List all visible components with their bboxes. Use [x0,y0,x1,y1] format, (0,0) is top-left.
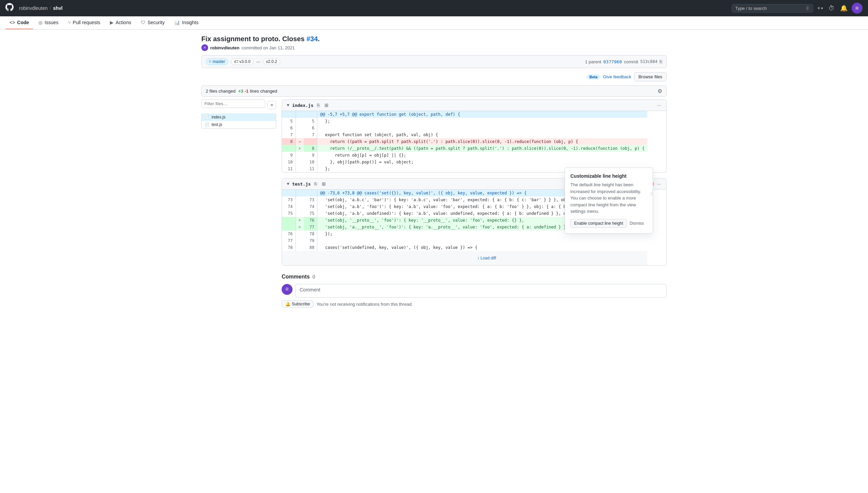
diff-content: Customizable line height The default lin… [282,99,667,308]
diff-collapse-button-test-js[interactable]: ▼ [286,181,290,186]
file-tree-toggle-button[interactable]: ≡ [267,101,276,109]
repo-name[interactable]: shvl [53,5,63,11]
expand-diff-button-test-js[interactable]: ⊞ [320,180,327,187]
version-badge: v2.0.2 [263,58,280,65]
line-marker [296,111,304,118]
commit-short-hash: 513c884 [640,59,657,64]
tab-insights[interactable]: 📊 Insights [170,16,202,29]
subscribe-row: 🔔 Subscribe You're not receiving notific… [282,300,667,308]
diff-expand-row: ↕ Load diff [282,251,647,265]
tab-actions[interactable]: ▶ Actions [106,16,135,29]
tab-code[interactable]: <> Code [5,16,33,29]
files-changed-bar: 2 files changed +3 -1 lines changed ⚙ [201,85,667,97]
copy-commit-hash-button[interactable]: ⎘ [660,59,662,64]
more-tags-button[interactable]: ··· [256,59,260,64]
author-avatar: R [201,44,208,51]
diff-line-context: 5 5 }; [282,118,647,125]
diff-line-context: 78 80 cases('set(undefined, key, value)'… [282,244,647,251]
line-num-new[interactable]: 5 [304,118,317,125]
tab-pull-requests[interactable]: ⑂ Pull requests [64,16,104,29]
tooltip-actions: Enable compact line height Dismiss [570,219,647,228]
toolbar-row: ⑂ master 🏷 v3.0.0 ··· v2.0.2 1 parent 03… [201,55,667,68]
search-box[interactable]: Type / to search / [732,4,813,13]
hunk-header-content: @@ -5,7 +5,7 @@ export function get (obj… [317,111,647,118]
file-icon: 📄 [204,115,210,120]
tooltip-description: The default line height has been increas… [570,181,647,215]
user-avatar[interactable]: R [852,3,863,14]
comment-input[interactable]: Comment [295,284,667,298]
diff-stat: +3 -1 lines changed [238,89,277,94]
issues-icon: ◎ [38,20,43,25]
commit-meta: R robinvdleuten committed on Jan 11, 202… [201,44,667,51]
copy-path-button-index-js[interactable]: ⎘ [316,102,321,109]
diff-options-button-test-js[interactable]: ··· [655,180,662,187]
expand-more-lines-button[interactable]: ↕ Load diff [477,256,496,260]
notification-bell-button[interactable]: 🔔 [839,3,849,13]
top-nav-right: Type / to search / +▾ ⏱ 🔔 R [732,3,863,14]
files-changed-count: 2 files changed [206,89,235,94]
diff-hunk-row: @@ -5,7 +5,7 @@ export function get (obj… [282,111,647,118]
toolbar-right: 1 parent 0377960 commit 513c884 ⎘ [585,59,662,64]
enable-compact-line-height-button[interactable]: Enable compact line height [570,219,627,228]
github-logo[interactable] [5,3,14,13]
diff-options-button-index-js[interactable]: ··· [655,102,662,109]
tooltip-title: Customizable line height [570,173,647,179]
files-changed-left: 2 files changed +3 -1 lines changed [206,89,277,94]
author-link[interactable]: robinvdleuten [210,45,239,50]
tag-badge[interactable]: 🏷 v3.0.0 [231,58,254,65]
branch-icon: ⑂ [209,59,211,64]
branch-badge[interactable]: ⑂ master [206,58,228,65]
file-tree-item-index-js[interactable]: 📄 index.js [202,113,276,121]
pull-requests-icon: ⑂ [68,20,71,25]
copy-path-button-test-js[interactable]: ⎘ [313,180,318,187]
subscribe-button[interactable]: 🔔 Subscribe [282,300,314,308]
commit-header: Fix assignment to proto. Closes #34. R r… [201,35,667,51]
dismiss-tooltip-button[interactable]: Dismiss [630,221,644,226]
diff-file-index-js: ▼ index.js ⎘ ⊞ ··· [282,99,667,173]
top-nav: robinvdleuten / shvl Type / to search / … [0,0,868,16]
comments-section: Comments 0 R Comment 🔔 Subscribe [282,274,667,308]
browse-files-button[interactable]: Browse files [634,72,667,81]
issue-link[interactable]: #34 [306,35,318,43]
timer-icon-button[interactable]: ⏱ [827,3,836,13]
diff-file-header-right: ··· [655,102,662,109]
file-tree-body: 📄 index.js 📄 test.js [201,113,276,129]
diff-file-header-left: ▼ index.js ⎘ ⊞ [286,102,330,109]
diff-line-context: 6 6 [282,125,647,131]
file-tree-filter-row: ≡ [201,99,276,111]
security-icon: 🛡 [141,20,146,25]
diff-line-context: 10 10 }, obj)[path.pop()] = val, object; [282,159,647,165]
diff-settings-button[interactable]: ⚙ [657,88,662,94]
diff-collapse-button-index-js[interactable]: ▼ [286,103,290,108]
diff-table-index-js: @@ -5,7 +5,7 @@ export function get (obj… [282,111,666,172]
repo-breadcrumb: robinvdleuten / shvl [19,5,63,11]
tab-issues[interactable]: ◎ Issues [34,16,62,29]
comments-header: Comments 0 [282,274,667,280]
repo-nav-tabs: <> Code ◎ Issues ⑂ Pull requests ▶ Actio… [0,16,868,30]
repo-owner-link[interactable]: robinvdleuten [19,5,48,11]
comment-input-row: R Comment [282,284,667,298]
comment-input-wrapper: Comment [295,284,667,298]
parent-commit-link[interactable]: 0377960 [603,59,622,64]
search-kbd: / [806,6,809,11]
line-num-old [282,111,296,118]
compact-line-height-tooltip: Customizable line height The default lin… [565,168,653,234]
file-tree-item-test-js[interactable]: 📄 test.js [202,121,276,128]
filter-files-input[interactable] [201,99,265,108]
create-new-button[interactable]: +▾ [816,4,824,13]
diff-filename-test-js: test.js [292,181,311,187]
diff-layout: ≡ 📄 index.js 📄 test.js Customizable line… [201,99,667,308]
tab-security[interactable]: 🛡 Security [137,16,169,29]
diff-file-header-index-js: ▼ index.js ⎘ ⊞ ··· [282,100,666,111]
repo-sep: / [50,5,51,11]
line-num-old[interactable]: 5 [282,118,296,125]
tooltip-arrow-inner [650,192,652,195]
code-icon: <> [10,20,15,25]
diff-file-header-test-js-left: ▼ test.js ⎘ ⊞ [286,180,327,187]
give-feedback-link[interactable]: Give feedback [603,74,631,79]
tag-icon: 🏷 [234,59,238,64]
expand-diff-button-index-js[interactable]: ⊞ [323,102,330,109]
insights-icon: 📊 [174,20,180,25]
action-buttons-row: Beta Give feedback Browse files [201,72,667,81]
diff-line-addition: + 8 return !/__proto__/.test(path) && ((… [282,145,647,152]
